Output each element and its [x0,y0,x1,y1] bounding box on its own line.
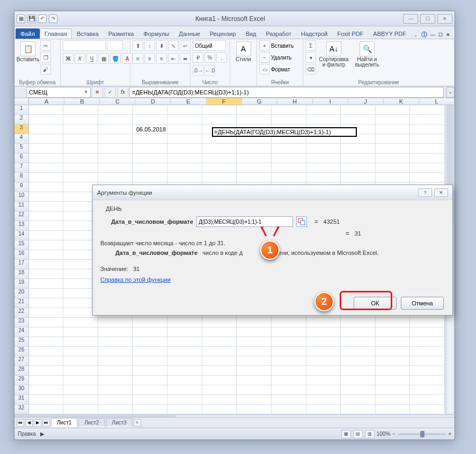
cell[interactable] [341,153,376,163]
col-H[interactable]: H [277,98,313,105]
cell[interactable] [29,163,64,173]
cell[interactable] [29,192,64,202]
cell[interactable] [341,405,376,414]
formula-bar[interactable]: =ДЕНЬ(ДАТА(ГОД(D3);МЕСЯЦ(D3)+1;1)-1) [129,87,444,98]
cell[interactable] [29,395,64,405]
row-header-7[interactable]: 7 [14,163,29,173]
cell[interactable] [167,347,202,356]
fill-icon[interactable]: ▾ [305,52,316,63]
cell[interactable] [167,153,202,163]
cell[interactable] [202,115,237,125]
sheet-nav-next[interactable]: ▶ [34,419,41,427]
undo-icon[interactable]: ↶ [38,14,47,23]
cell[interactable] [272,395,306,405]
cell[interactable] [29,327,64,337]
cell[interactable] [167,385,202,395]
cell[interactable] [167,366,202,376]
cell[interactable] [306,376,341,385]
cell[interactable] [237,144,272,153]
cell[interactable] [29,289,64,298]
cell[interactable] [29,308,64,318]
paste-button[interactable]: 📋 Вставить [17,40,39,62]
underline-icon[interactable]: Ч [86,53,97,64]
sheet-nav-first[interactable]: ⏮ [17,419,24,427]
help-link[interactable]: Справка по этой функции [100,276,171,283]
cell[interactable] [272,405,306,414]
cell[interactable] [376,173,411,182]
cell[interactable] [63,376,98,385]
cell[interactable] [341,327,376,337]
cell[interactable] [202,366,237,376]
cell[interactable] [272,376,306,385]
col-A[interactable]: A [29,98,64,105]
cell[interactable] [202,144,237,153]
tab-home[interactable]: Главная [40,28,72,39]
cell[interactable] [133,327,167,337]
clear-icon[interactable]: ⌫ [305,64,316,75]
indent-dec-icon[interactable]: ⇤ [168,53,179,64]
row-header-25[interactable]: 25 [14,337,29,347]
row-header-2[interactable]: 2 [14,115,29,125]
maximize-icon[interactable]: ☐ [420,14,435,24]
sheet-nav-last[interactable]: ⏭ [42,419,50,427]
cell[interactable] [167,125,202,134]
cell[interactable] [63,163,98,173]
cell[interactable] [63,337,98,347]
tab-foxit[interactable]: Foxit PDF [332,28,368,39]
cell[interactable] [306,395,341,405]
cell[interactable] [29,173,64,182]
cell[interactable] [133,347,167,356]
cell[interactable] [202,356,237,366]
doc-max-icon[interactable]: ☐ [438,32,443,38]
cell[interactable] [167,405,202,414]
tab-data[interactable]: Данные [174,28,205,39]
cell[interactable] [306,163,341,173]
cell[interactable] [133,115,167,125]
cell[interactable] [306,405,341,414]
cell[interactable] [272,327,306,337]
active-cell-F3[interactable]: =ДЕНЬ(ДАТА(ГОД(D3);МЕСЯЦ(D3)+1;1)-1) [212,127,357,137]
cell[interactable] [306,153,341,163]
cut-icon[interactable]: ✂ [40,40,51,51]
cell[interactable] [410,395,445,405]
cell[interactable] [98,144,133,153]
sort-filter-button[interactable]: A↓ Сортировка и фильтр [317,40,350,68]
cell[interactable] [98,356,133,366]
cell[interactable] [29,250,64,260]
format-cells-icon[interactable]: ▭ [259,64,270,75]
cell[interactable] [167,173,202,182]
cell[interactable] [202,105,237,115]
cell[interactable] [237,105,272,115]
cell[interactable] [341,337,376,347]
tab-review[interactable]: Рецензир [205,28,241,39]
cell[interactable] [272,153,306,163]
cell[interactable] [133,405,167,414]
row-header-14[interactable]: 14 [14,231,29,240]
cell[interactable] [341,376,376,385]
help-icon[interactable]: ⓘ [421,31,427,39]
row-header-19[interactable]: 19 [14,279,29,289]
cell[interactable] [410,405,445,414]
cell[interactable] [202,395,237,405]
tab-addins[interactable]: Надстрой [296,28,332,39]
cell[interactable] [410,153,445,163]
doc-min-icon[interactable]: — [430,32,435,38]
row-header-16[interactable]: 16 [14,250,29,260]
row-header-27[interactable]: 27 [14,356,29,366]
cell[interactable] [167,395,202,405]
cell[interactable] [237,163,272,173]
cell[interactable] [202,173,237,182]
font-size-combo[interactable] [107,40,123,51]
cell[interactable] [98,173,133,182]
find-select-button[interactable]: 🔍 Найти и выделить [351,40,383,68]
cell[interactable] [272,385,306,395]
comma-icon[interactable]: , [216,52,227,63]
inc-decimal-icon[interactable]: .0→ [193,65,203,76]
row-header-15[interactable]: 15 [14,240,29,250]
row-header-17[interactable]: 17 [14,260,29,269]
row-header-21[interactable]: 21 [14,298,29,308]
cell[interactable] [133,376,167,385]
enter-formula-icon[interactable]: ✓ [105,87,115,98]
row-header-28[interactable]: 28 [14,366,29,376]
row-header-20[interactable]: 20 [14,289,29,298]
